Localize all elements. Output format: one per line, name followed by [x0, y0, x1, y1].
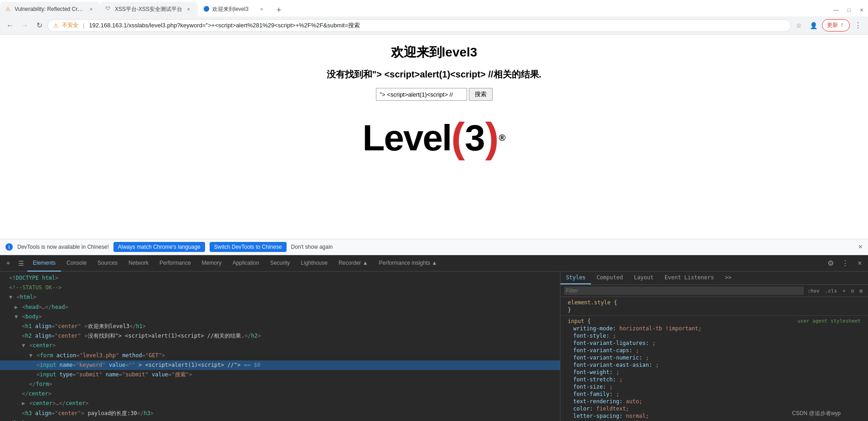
html-line-center-open: ▼ <center>	[0, 341, 560, 350]
style-prop-font-variant-caps: font-variant-caps: ;	[564, 347, 864, 354]
watermark: CSDN @追步者wyp	[792, 410, 841, 417]
always-match-language-button[interactable]: Always match Chrome's language	[113, 242, 205, 252]
styles-input-selector: input { user agent stylesheet	[564, 318, 864, 325]
security-warning-icon: ⚠	[53, 22, 58, 29]
html-line-body: ▼ <body>	[0, 312, 560, 322]
menu-button[interactable]: ⋮	[852, 19, 864, 32]
filter-grid-button[interactable]: ⊡	[849, 287, 856, 295]
back-button[interactable]: ←	[4, 19, 16, 32]
maximize-button[interactable]: □	[842, 4, 855, 16]
style-prop-font-family: font-family: ;	[564, 390, 864, 398]
tab-lighthouse[interactable]: Lighthouse	[295, 255, 333, 272]
tab-application[interactable]: Application	[227, 255, 265, 272]
filter-expand-button[interactable]: ⊞	[858, 287, 864, 295]
style-prop-font-weight: font-weight: ;	[564, 369, 864, 376]
logo-level-text: Level	[363, 117, 452, 159]
tab-console[interactable]: Console	[61, 255, 92, 272]
styles-element-style-section: element.style { }	[560, 297, 868, 316]
html-line-form-close: </form>	[0, 380, 560, 389]
html-line-input-keyword[interactable]: <input name="keyword" value="" > <script…	[0, 360, 560, 370]
devtools-more-button[interactable]: ⋮	[839, 257, 852, 270]
tab-elements[interactable]: Elements	[27, 255, 61, 272]
devtools-main-area: <!DOCTYPE html> <!--STATUS OK--> ▼ <html…	[0, 272, 868, 421]
logo-area: Level ( 3 ) ®	[363, 114, 506, 161]
update-button[interactable]: 更新 ！	[822, 19, 850, 31]
style-prop-font-style: font-style: ;	[564, 332, 864, 339]
watermark-text: CSDN @追步者wyp	[792, 410, 841, 416]
tab-performance-label: Performance	[159, 260, 191, 266]
styles-input-section: input { user agent stylesheet writing-mo…	[560, 316, 868, 421]
tab-close-1[interactable]: ×	[87, 5, 95, 13]
tab-bar: ⚠ Vulnerability: Reflected Cross... × 🛡 …	[0, 0, 868, 16]
tab-network[interactable]: Network	[123, 255, 154, 272]
new-tab-button[interactable]: +	[272, 4, 285, 16]
logo-paren-left: (	[451, 114, 465, 161]
security-label: 不安全	[62, 21, 78, 29]
tab-perf-insights-label: Performance insights ▲	[379, 260, 437, 266]
page-content: 欢迎来到level3 没有找到和"> <script>alert(1)<scri…	[0, 35, 868, 239]
tab-performance[interactable]: Performance	[154, 255, 196, 272]
page-title: 欢迎来到level3	[391, 44, 478, 61]
browser-chrome: ⚠ Vulnerability: Reflected Cross... × 🛡 …	[0, 0, 868, 35]
nav-bar: ← → ↻ ⚠ 不安全 | 192.168.163.1/xsslabs/leve…	[0, 16, 868, 35]
styles-filter-input[interactable]	[564, 287, 804, 295]
tab-sources-label: Sources	[98, 260, 118, 266]
html-line-h1: <h1 align="center" >欢迎来到level3</h1>	[0, 322, 560, 331]
html-line-head: ▶ <head>…</head>	[0, 303, 560, 312]
html-line-center-close: </center>	[0, 389, 560, 399]
styles-tab-event-listeners[interactable]: Event Listeners	[659, 272, 719, 284]
reload-button[interactable]: ↻	[33, 19, 46, 32]
style-prop-text-rendering: text-rendering: auto;	[564, 398, 864, 405]
notification-close-button[interactable]: ×	[858, 243, 863, 251]
tab-close-3[interactable]: ×	[258, 5, 265, 13]
filter-hov-button[interactable]: :hov	[806, 287, 822, 295]
style-prop-writing-mode: writing-mode: horizontal-tb !important;	[564, 325, 864, 332]
dont-show-again-link[interactable]: Don't show again	[291, 244, 333, 250]
tab-memory[interactable]: Memory	[196, 255, 227, 272]
styles-tab-styles[interactable]: Styles	[560, 272, 591, 284]
tab-level3[interactable]: 🔵 欢迎来到level3 ×	[198, 2, 271, 16]
styles-tab-more[interactable]: >>	[719, 272, 737, 284]
search-input[interactable]	[376, 88, 467, 101]
devtools-controls: ⚙ ⋮ ×	[824, 257, 866, 270]
search-button[interactable]: 搜索	[469, 88, 493, 101]
tab-recorder[interactable]: Recorder ▲	[333, 255, 374, 272]
styles-tab-computed[interactable]: Computed	[591, 272, 628, 284]
minimize-button[interactable]: —	[830, 4, 842, 16]
tab-recorder-label: Recorder ▲	[339, 260, 368, 266]
close-button[interactable]: ×	[855, 4, 868, 16]
forward-button[interactable]: →	[18, 19, 31, 32]
html-line-body-close: </body>	[0, 418, 560, 421]
switch-devtools-chinese-button[interactable]: Switch DevTools to Chinese	[210, 242, 287, 252]
styles-tab-layout[interactable]: Layout	[628, 272, 659, 284]
address-bar[interactable]: ⚠ 不安全 | 192.168.163.1/xsslabs/level3.php…	[47, 19, 791, 32]
styles-filter-bar: :hov .cls + ⊡ ⊞	[560, 285, 868, 297]
logo-number: 3	[465, 117, 485, 159]
style-prop-font-variant-ligatures: font-variant-ligatures: ;	[564, 339, 864, 347]
html-line-h3: <h3 align="center"> payload的长度:30</h3>	[0, 409, 560, 418]
profile-button[interactable]: 👤	[807, 19, 820, 32]
styles-input-source: user agent stylesheet	[797, 318, 861, 324]
tab-sources[interactable]: Sources	[92, 255, 123, 272]
bookmark-button[interactable]: ☆	[793, 19, 806, 32]
tab-xss[interactable]: 🛡 XSS平台-XSS安全测试平台 ×	[100, 2, 198, 16]
filter-cls-button[interactable]: .cls	[823, 287, 839, 295]
html-line-input-submit: <input type="submit" name="submit" value…	[0, 370, 560, 380]
tab-security[interactable]: Security	[265, 255, 295, 272]
tab-elements-label: Elements	[33, 260, 56, 266]
devtools-device-icon[interactable]: ☰	[15, 257, 27, 270]
html-line-h2: <h2 align="center" >没有找到和"> <script>aler…	[0, 331, 560, 341]
tab-console-label: Console	[67, 260, 87, 266]
devtools-close-button[interactable]: ×	[853, 257, 866, 270]
tab-perf-insights[interactable]: Performance insights ▲	[374, 255, 443, 272]
filter-add-button[interactable]: +	[841, 287, 847, 295]
devtools-settings-button[interactable]: ⚙	[824, 257, 837, 270]
styles-element-style-close: }	[564, 306, 864, 313]
styles-panel: Styles Computed Layout Event Listeners >…	[560, 272, 868, 421]
tab-vulnerability[interactable]: ⚠ Vulnerability: Reflected Cross... ×	[0, 2, 100, 16]
devtools-cursor-icon[interactable]: ⌖	[2, 257, 15, 270]
styles-element-style-selector: element.style {	[564, 299, 864, 306]
style-prop-font-variant-numeric: font-variant-numeric: ;	[564, 354, 864, 361]
tab-close-2[interactable]: ×	[185, 5, 192, 13]
html-line-comment: <!--STATUS OK-->	[0, 283, 560, 293]
